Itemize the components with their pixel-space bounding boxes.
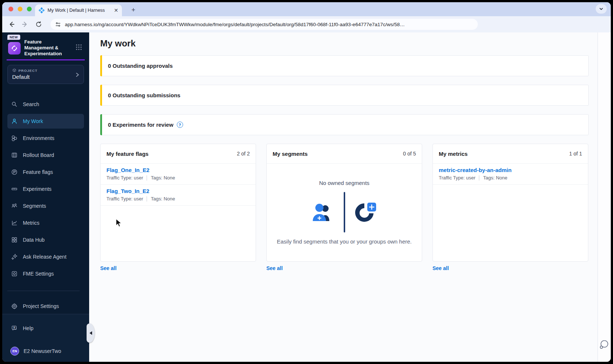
new-badge: NEW <box>7 35 20 40</box>
my-metrics-card: My metrics 1 of 1 metric-created-by-an-a… <box>432 144 588 262</box>
browser-window: My Work | Default | Harness ✕ + app.harn… <box>2 2 611 362</box>
new-tab-button[interactable]: + <box>129 6 138 15</box>
minimize-window-button[interactable] <box>18 7 22 11</box>
sidebar-item-label: Data Hub <box>23 237 45 243</box>
harness-favicon <box>39 7 45 13</box>
traffic-lights[interactable] <box>8 7 32 11</box>
tab-title: My Work | Default | Harness <box>48 8 111 13</box>
alert-text: 0 Outstanding submissions <box>108 92 181 98</box>
sidebar-item-label: Feature flags <box>23 169 53 175</box>
metric-link[interactable]: metric-created-by-an-admin <box>439 167 512 173</box>
sidebar-item-project-settings[interactable]: Project Settings <box>7 299 84 314</box>
sidebar-item-label: Search <box>23 101 39 107</box>
feature-flag-row: Flag_One_In_E2 Traffic Type: user Tags: … <box>101 164 256 185</box>
sidebar-item-data-hub[interactable]: Data Hub <box>7 232 84 247</box>
sidebar-item-label: Ask Release Agent <box>23 254 66 260</box>
sidebar-item-fme-settings[interactable]: FME Settings <box>7 266 84 281</box>
browser-tab[interactable]: My Work | Default | Harness ✕ <box>35 4 122 16</box>
collapse-left-icon <box>90 331 92 335</box>
sidebar-help-wrap: ? Help <box>7 321 84 338</box>
approvals-alert[interactable]: 0 Outstanding approvals <box>100 55 589 76</box>
flag-link[interactable]: Flag_One_In_E2 <box>106 167 150 173</box>
meta-divider <box>147 175 147 181</box>
page-title: My work <box>100 38 136 49</box>
sidebar-item-help[interactable]: ? Help <box>7 321 84 336</box>
sparkles-icon <box>11 253 18 260</box>
see-all-segments-link[interactable]: See all <box>266 265 283 271</box>
submissions-alert[interactable]: 0 Outstanding submissions <box>100 85 589 106</box>
sidebar-item-environments[interactable]: Environments <box>7 131 84 146</box>
close-window-button[interactable] <box>8 7 13 11</box>
sidebar-item-metrics[interactable]: Metrics <box>7 216 84 230</box>
tags: Tags: None <box>483 175 507 181</box>
meta-divider <box>479 175 479 181</box>
tags: Tags: None <box>151 175 175 181</box>
experiments-review-alert[interactable]: 0 Experiments for review ? <box>100 114 589 135</box>
reload-button[interactable] <box>35 21 42 28</box>
split-diamond-icon <box>11 45 18 52</box>
my-segments-card: My segments 0 of 5 No owned segments <box>266 144 422 262</box>
zoom-window-button[interactable] <box>27 7 32 11</box>
module-switcher-icon[interactable] <box>75 43 83 51</box>
help-tooltip-icon[interactable]: ? <box>177 122 183 128</box>
main-content: My work 0 Outstanding approvals 0 Outsta… <box>89 32 598 362</box>
search-icon <box>11 101 18 108</box>
sidebar-user[interactable]: EN E2 NewuserTwo <box>7 344 84 358</box>
harness-app: NEW Feature Management & Experimentation… <box>2 32 611 362</box>
see-all-flags-link[interactable]: See all <box>100 265 116 271</box>
flag-link[interactable]: Flag_Two_In_E2 <box>106 188 149 194</box>
traffic-type: Traffic Type: user <box>439 175 475 181</box>
chevron-down-icon <box>599 7 603 11</box>
sidebar-item-label: My Work <box>23 118 43 124</box>
sidebar-item-rollout-board[interactable]: Rollout Board <box>7 148 84 162</box>
sidebar-item-label: Metrics <box>23 220 39 226</box>
metric-row: metric-created-by-an-admin Traffic Type:… <box>433 164 588 185</box>
hexagons-icon <box>11 135 18 141</box>
card-header: My feature flags 2 of 2 <box>101 144 256 164</box>
flag-meta: Traffic Type: user Tags: None <box>106 196 250 202</box>
sidebar-item-experiments[interactable]: Experiments <box>7 182 84 196</box>
sidebar-bottom-section: ? Help EN E2 NewuserTwo <box>2 314 89 362</box>
see-all-metrics-link[interactable]: See all <box>432 265 449 271</box>
url-text[interactable]: app.harness.io/ng/account/YWdkwNPiTceDUK… <box>65 22 405 27</box>
illustration-divider <box>344 192 345 232</box>
card-title: My feature flags <box>106 151 148 157</box>
card-title: My metrics <box>439 151 467 157</box>
flag-circle-icon <box>11 169 18 175</box>
line-chart-icon <box>11 220 18 226</box>
empty-state-title: No owned segments <box>267 180 422 186</box>
metric-meta: Traffic Type: user Tags: None <box>439 175 582 181</box>
sidebar-item-search[interactable]: Search <box>7 97 84 112</box>
chat-bubbles-icon[interactable] <box>599 340 609 349</box>
sidebar-item-label: Rollout Board <box>23 152 54 158</box>
sidebar-item-label: Experiments <box>23 186 52 192</box>
feature-flag-row: Flag_Two_In_E2 Traffic Type: user Tags: … <box>101 185 256 206</box>
person-icon <box>11 118 18 125</box>
sidebar-item-ask-release-agent[interactable]: Ask Release Agent <box>7 249 84 264</box>
my-feature-flags-card: My feature flags 2 of 2 Flag_One_In_E2 T… <box>100 144 256 262</box>
tab-close-icon[interactable]: ✕ <box>114 7 118 13</box>
sidebar: NEW Feature Management & Experimentation… <box>2 32 89 362</box>
card-count: 0 of 5 <box>403 151 416 157</box>
forward-button[interactable] <box>21 21 29 28</box>
svg-text:?: ? <box>13 326 15 329</box>
sidebar-item-segments[interactable]: Segments <box>7 199 84 213</box>
project-selector[interactable]: PROJECT Default <box>7 65 84 84</box>
back-button[interactable] <box>8 21 15 28</box>
sidebar-project-settings-wrap: Project Settings <box>7 299 84 316</box>
segment-chart-illustration-icon <box>355 202 378 223</box>
alert-text: 0 Experiments for review <box>108 122 174 128</box>
sidebar-item-my-work[interactable]: My Work <box>7 114 84 129</box>
cube-icon <box>12 68 17 73</box>
tab-search-button[interactable] <box>596 4 607 14</box>
meta-divider <box>147 196 147 202</box>
sidebar-item-feature-flags[interactable]: Feature flags <box>7 165 84 179</box>
fme-module-icon[interactable] <box>8 42 21 55</box>
card-count: 2 of 2 <box>237 151 250 157</box>
address-bar[interactable]: app.harness.io/ng/account/YWdkwNPiTceDUK… <box>50 19 478 30</box>
site-info-icon[interactable] <box>55 21 61 28</box>
board-columns-icon <box>11 152 18 158</box>
people-add-illustration-icon <box>311 202 334 223</box>
people-icon <box>11 203 18 209</box>
sidebar-divider <box>7 291 80 291</box>
